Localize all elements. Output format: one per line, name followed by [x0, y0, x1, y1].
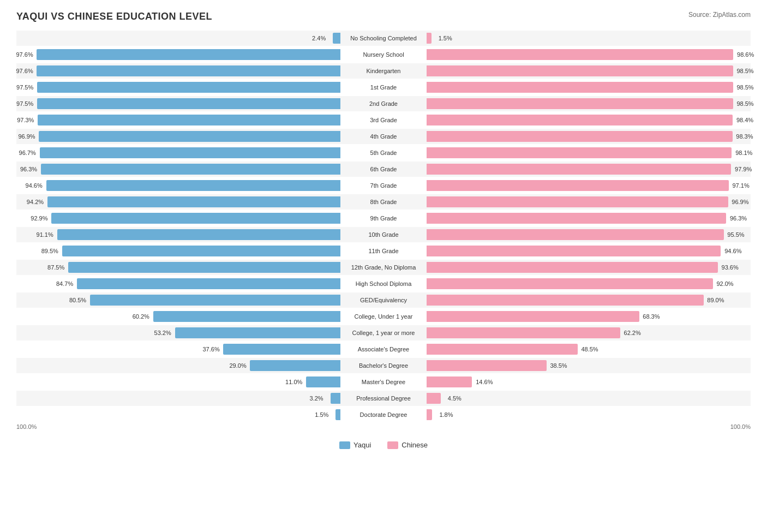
left-bar-wrapper: 97.6%: [16, 47, 340, 62]
chinese-value: 98.5%: [736, 100, 753, 107]
yaqui-value: 94.2%: [27, 199, 44, 205]
bar-chinese: 93.6%: [427, 262, 718, 273]
left-bar-wrapper: 1.5%: [16, 407, 340, 422]
row-label: 7th Grade: [340, 182, 427, 189]
bar-yaqui: 97.5%: [37, 98, 340, 109]
table-row: 29.0% Bachelor's Degree 38.5%: [16, 358, 751, 373]
table-row: 97.3% 3rd Grade 98.4%: [16, 112, 751, 128]
chinese-value: 95.5%: [727, 231, 744, 238]
chinese-value: 97.9%: [735, 166, 752, 172]
bar-chinese: 97.9%: [427, 164, 731, 175]
table-row: 11.0% Master's Degree 14.6%: [16, 374, 751, 390]
bar-chinese: 95.5%: [427, 229, 723, 240]
chinese-value: 62.2%: [624, 330, 641, 336]
yaqui-value: 3.2%: [310, 395, 323, 402]
chinese-value: 98.3%: [736, 133, 753, 140]
right-bar-wrapper: 89.0%: [427, 292, 751, 308]
table-row: 37.6% Associate's Degree 48.5%: [16, 342, 751, 357]
right-bar-wrapper: 92.0%: [427, 276, 751, 291]
left-bar-wrapper: 97.3%: [16, 112, 340, 128]
left-bar-wrapper: 3.2%: [16, 391, 340, 406]
row-label: College, 1 year or more: [340, 330, 427, 336]
bar-chinese: 98.3%: [427, 131, 732, 142]
yaqui-value: 80.5%: [69, 297, 86, 303]
bar-chinese: 98.4%: [427, 115, 733, 125]
left-bar-wrapper: 60.2%: [16, 309, 340, 324]
left-bar-wrapper: 84.7%: [16, 276, 340, 291]
yaqui-value: 97.5%: [16, 100, 33, 107]
right-bar-wrapper: 96.3%: [427, 211, 751, 226]
yaqui-value: 37.6%: [202, 346, 219, 352]
yaqui-value: 94.6%: [26, 182, 43, 189]
yaqui-value: 96.9%: [18, 133, 35, 140]
bar-chinese: 97.1%: [427, 180, 728, 191]
right-bar-wrapper: 62.2%: [427, 325, 751, 340]
left-bar-wrapper: 96.7%: [16, 145, 340, 160]
axis-left: 100.0%: [16, 423, 340, 430]
axis-right: 100.0%: [427, 423, 751, 430]
right-bar-wrapper: 98.4%: [427, 112, 751, 128]
yaqui-value: 97.6%: [16, 51, 33, 58]
bar-yaqui: 29.0%: [250, 360, 340, 371]
bar-yaqui: 94.2%: [47, 196, 340, 207]
table-row: 53.2% College, 1 year or more 62.2%: [16, 325, 751, 340]
chinese-value: 92.0%: [716, 280, 733, 287]
chinese-value: 38.5%: [550, 362, 567, 369]
bar-yaqui: 96.3%: [41, 164, 340, 175]
bar-chinese: 96.9%: [427, 196, 728, 207]
bar-yaqui: 3.2%: [331, 393, 340, 404]
bar-chart: 2.4% No Schooling Completed 1.5% 97.6% N…: [16, 31, 751, 422]
bar-chinese: 98.6%: [427, 49, 733, 60]
chinese-value: 98.5%: [736, 84, 753, 91]
table-row: 94.6% 7th Grade 97.1%: [16, 178, 751, 193]
right-bar-wrapper: 98.1%: [427, 145, 751, 160]
table-row: 97.6% Nursery School 98.6%: [16, 47, 751, 62]
table-row: 2.4% No Schooling Completed 1.5%: [16, 31, 751, 46]
row-label: 9th Grade: [340, 215, 427, 222]
right-bar-wrapper: 1.8%: [427, 407, 751, 422]
legend-yaqui: Yaqui: [339, 441, 371, 449]
bar-chinese: 98.5%: [427, 82, 733, 93]
chinese-value: 68.3%: [643, 313, 660, 320]
chinese-value: 96.9%: [732, 199, 748, 205]
yaqui-value: 91.1%: [37, 231, 53, 238]
row-label: 4th Grade: [340, 133, 427, 140]
chinese-value: 98.6%: [737, 51, 754, 58]
row-label: 12th Grade, No Diploma: [340, 264, 427, 271]
bar-yaqui: 80.5%: [90, 295, 340, 306]
yaqui-value: 2.4%: [312, 35, 326, 41]
yaqui-value: 97.6%: [16, 68, 33, 74]
table-row: 96.9% 4th Grade 98.3%: [16, 129, 751, 144]
right-bar-wrapper: 98.5%: [427, 96, 751, 111]
left-bar-wrapper: 89.5%: [16, 243, 340, 259]
right-bar-wrapper: 93.6%: [427, 260, 751, 275]
left-bar-wrapper: 91.1%: [16, 227, 340, 242]
row-label: No Schooling Completed: [340, 35, 427, 41]
bar-yaqui: 87.5%: [68, 262, 340, 273]
chinese-value: 4.5%: [448, 395, 462, 402]
yaqui-value: 60.2%: [133, 313, 149, 320]
axis-labels: 100.0% 100.0%: [16, 423, 751, 433]
bar-chinese: 94.6%: [427, 246, 721, 256]
left-bar-wrapper: 94.2%: [16, 194, 340, 210]
table-row: 96.7% 5th Grade 98.1%: [16, 145, 751, 160]
left-bar-wrapper: 92.9%: [16, 211, 340, 226]
table-row: 94.2% 8th Grade 96.9%: [16, 194, 751, 210]
bar-yaqui: 37.6%: [223, 344, 340, 355]
table-row: 60.2% College, Under 1 year 68.3%: [16, 309, 751, 324]
yaqui-value: 29.0%: [229, 362, 246, 369]
row-label: 2nd Grade: [340, 100, 427, 107]
chinese-value: 94.6%: [724, 248, 741, 254]
right-bar-wrapper: 1.5%: [427, 31, 751, 46]
left-bar-wrapper: 2.4%: [16, 31, 340, 46]
right-bar-wrapper: 38.5%: [427, 358, 751, 373]
yaqui-label: Yaqui: [353, 441, 371, 449]
bar-yaqui: 11.0%: [306, 376, 340, 387]
right-bar-wrapper: 98.6%: [427, 47, 751, 62]
table-row: 97.6% Kindergarten 98.5%: [16, 63, 751, 79]
bar-yaqui: 2.4%: [333, 33, 340, 44]
row-label: Kindergarten: [340, 68, 427, 74]
left-bar-wrapper: 97.5%: [16, 80, 340, 95]
bar-yaqui: 89.5%: [62, 246, 340, 256]
chinese-value: 98.5%: [736, 68, 753, 74]
